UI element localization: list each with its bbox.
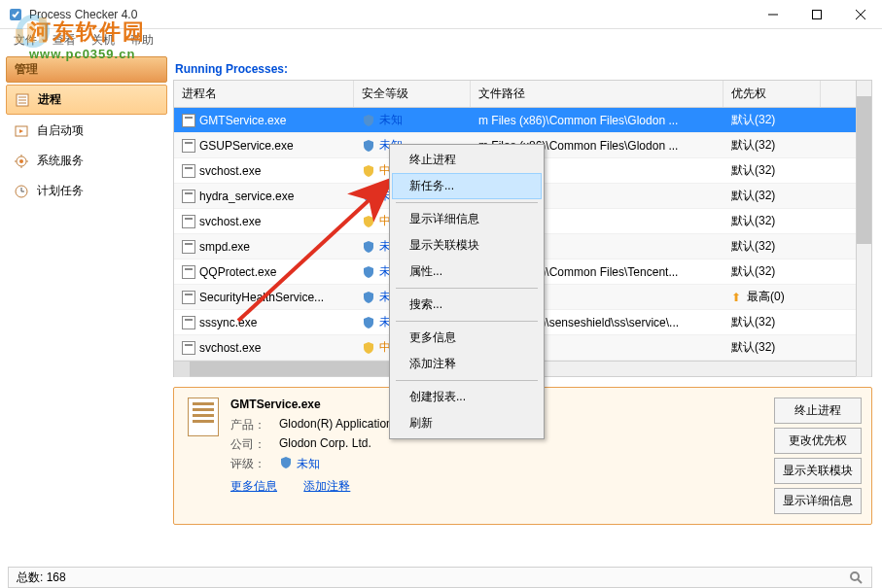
process-name: GMTService.exe — [199, 114, 286, 127]
menu-separator — [396, 380, 538, 381]
process-file-icon — [182, 240, 195, 254]
context-menu-item[interactable]: 属性... — [392, 259, 542, 285]
vertical-scrollbar[interactable] — [856, 81, 871, 376]
priority-value: 默认(32) — [731, 238, 775, 255]
status-total-label: 总数: — [17, 570, 43, 586]
process-file-icon — [182, 190, 195, 203]
table-row[interactable]: GMTService.exe未知m Files (x86)\Common Fil… — [174, 108, 871, 133]
menubar: 文件 查看 关机 帮助 — [0, 29, 882, 51]
col-priority[interactable]: 优先权 — [723, 81, 821, 107]
detail-file-icon — [188, 398, 219, 436]
shield-icon — [362, 215, 375, 228]
menu-file[interactable]: 文件 — [8, 30, 43, 51]
context-menu-item[interactable]: 新任务... — [392, 173, 542, 199]
priority-value: 默认(32) — [731, 339, 775, 356]
col-name[interactable]: 进程名 — [174, 81, 354, 107]
sidebar-header: 管理 — [6, 56, 167, 83]
terminate-button[interactable]: 终止进程 — [774, 398, 862, 424]
priority-value: 默认(32) — [731, 213, 775, 229]
process-file-icon — [182, 316, 195, 329]
process-file-icon — [182, 139, 195, 153]
context-menu: 终止进程新任务...显示详细信息显示关联模块属性...搜索...更多信息添加注释… — [389, 144, 545, 439]
process-file-icon — [182, 164, 195, 178]
shield-icon — [362, 240, 375, 254]
search-icon[interactable] — [848, 570, 864, 585]
change-priority-button[interactable]: 更改优先权 — [774, 428, 862, 454]
window-title: Process Checker 4.0 — [29, 8, 137, 21]
process-name: svchost.exe — [199, 215, 261, 228]
context-menu-item[interactable]: 搜索... — [392, 292, 542, 318]
detail-company-value: Glodon Corp. Ltd. — [279, 436, 371, 453]
context-menu-item[interactable]: 添加注释 — [392, 351, 542, 377]
svg-point-15 — [19, 159, 23, 163]
menu-separator — [396, 288, 538, 289]
process-name: GSUPService.exe — [199, 139, 294, 153]
shield-icon — [362, 164, 375, 178]
sidebar-item-label: 自启动项 — [37, 122, 84, 139]
sidebar-item-label: 计划任务 — [37, 183, 84, 199]
process-icon — [15, 92, 30, 108]
priority-up-icon: ⬆ — [731, 291, 741, 304]
close-button[interactable] — [838, 0, 882, 29]
shield-icon — [279, 456, 293, 469]
file-path: m Files (x86)\Common Files\Glodon ... — [478, 114, 678, 127]
priority-value: 最高(0) — [747, 289, 785, 305]
col-path[interactable]: 文件路径 — [471, 81, 723, 107]
col-security[interactable]: 安全等级 — [354, 81, 471, 107]
detail-rating-label: 评级： — [230, 456, 279, 472]
shield-icon — [362, 316, 375, 329]
process-file-icon — [182, 291, 195, 304]
sidebar-item-startup[interactable]: 自启动项 — [6, 117, 167, 145]
priority-value: 默认(32) — [731, 137, 775, 154]
scrollbar-thumb[interactable] — [857, 96, 871, 244]
show-details-button[interactable]: 显示详细信息 — [774, 488, 862, 514]
process-name: hydra_service.exe — [199, 190, 294, 203]
context-menu-item[interactable]: 更多信息 — [392, 325, 542, 351]
context-menu-item[interactable]: 显示关联模块 — [392, 232, 542, 259]
sidebar-item-tasks[interactable]: 计划任务 — [6, 177, 167, 205]
show-modules-button[interactable]: 显示关联模块 — [774, 458, 862, 484]
more-info-link[interactable]: 更多信息 — [230, 479, 277, 493]
menu-separator — [396, 321, 538, 322]
menu-separator — [396, 202, 538, 203]
context-menu-item[interactable]: 创建报表... — [392, 384, 542, 410]
scroll-left-arrow-icon[interactable] — [174, 362, 190, 377]
window-titlebar: Process Checker 4.0 — [0, 0, 882, 29]
shield-icon — [362, 190, 375, 203]
status-total-value: 168 — [47, 571, 66, 584]
priority-value: 默认(32) — [731, 188, 775, 204]
context-menu-item[interactable]: 终止进程 — [392, 147, 542, 173]
shield-icon — [362, 341, 375, 355]
maximize-button[interactable] — [794, 0, 838, 29]
process-file-icon — [182, 265, 195, 279]
sidebar: 管理 进程 自启动项 系统服务 计划任务 — [0, 51, 173, 565]
sidebar-item-label: 系统服务 — [37, 153, 84, 169]
process-name: SecurityHealthService... — [199, 291, 324, 304]
sidebar-item-processes[interactable]: 进程 — [6, 85, 167, 115]
menu-help[interactable]: 帮助 — [124, 30, 159, 51]
process-name: svchost.exe — [199, 341, 261, 355]
process-file-icon — [182, 215, 195, 228]
shield-icon — [362, 139, 375, 153]
shield-icon — [362, 291, 375, 304]
menu-view[interactable]: 查看 — [47, 30, 82, 51]
detail-product-value: Glodon(R) Application — [279, 417, 393, 433]
detail-company-label: 公司： — [230, 436, 279, 453]
svg-point-24 — [851, 572, 859, 580]
context-menu-item[interactable]: 刷新 — [392, 410, 542, 436]
add-note-link[interactable]: 添加注释 — [303, 479, 350, 493]
detail-product-label: 产品： — [230, 417, 279, 433]
process-name: QQProtect.exe — [199, 265, 276, 279]
sidebar-item-label: 进程 — [38, 91, 61, 108]
process-file-icon — [182, 114, 195, 127]
menu-shutdown[interactable]: 关机 — [86, 30, 121, 51]
sidebar-item-services[interactable]: 系统服务 — [6, 147, 167, 175]
minimize-button[interactable] — [751, 0, 794, 29]
svg-rect-6 — [812, 11, 821, 19]
security-level: 未知 — [379, 112, 403, 128]
context-menu-item[interactable]: 显示详细信息 — [392, 206, 542, 232]
services-icon — [14, 154, 29, 169]
shield-icon — [362, 114, 375, 127]
svg-line-25 — [858, 579, 862, 583]
detail-rating-value: 未知 — [297, 456, 320, 472]
